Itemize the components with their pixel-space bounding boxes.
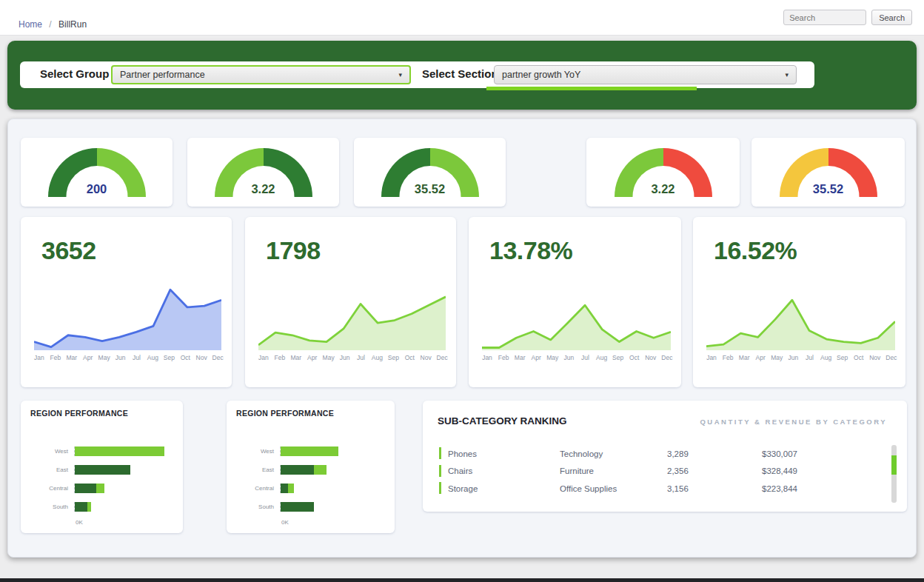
month-label: May — [96, 354, 113, 361]
subcategory-ranking-card: SUB-CATEGORY RANKING QUANTITY & REVENUE … — [423, 401, 907, 512]
kpi-value: 1798 — [266, 236, 321, 265]
gauge-value: 35.52 — [381, 182, 479, 196]
gauge-value: 35.52 — [780, 182, 877, 196]
kpi-month-labels: JanFebMarAprMayJunJulAugSepOctNovDec — [703, 354, 900, 361]
bar — [280, 465, 384, 475]
region-bar-chart: WestEastCentralSouth — [234, 442, 384, 516]
cell-quantity: 3,156 — [667, 484, 689, 493]
cell-name: Chairs — [448, 466, 472, 475]
kpi-value: 3652 — [41, 236, 96, 265]
month-label: Jun — [785, 354, 801, 361]
bar — [280, 502, 384, 512]
cell-category: Furniture — [560, 466, 594, 475]
kpi-area-chart — [482, 285, 671, 350]
cell-revenue: $223,844 — [762, 484, 797, 493]
search-input[interactable] — [783, 10, 866, 25]
cell-category: Office Supplies — [560, 484, 617, 493]
bar-category-label: Central — [28, 485, 74, 492]
kpi-card: 1798 JanFebMarAprMayJunJulAugSepOctNovDe… — [245, 217, 456, 387]
cell-name: Storage — [448, 484, 478, 493]
bar — [74, 484, 173, 493]
scrollbar-thumb[interactable] — [891, 455, 897, 475]
scrollbar[interactable] — [891, 445, 897, 503]
bar-segment — [281, 465, 314, 475]
section-select-value: partner growth YoY — [502, 70, 580, 80]
table-row[interactable]: ChairsFurniture2,356$328,449 — [439, 463, 874, 481]
month-label: Dec — [659, 354, 675, 361]
breadcrumb-separator: / — [49, 19, 51, 30]
bar-category-label: West — [28, 448, 74, 455]
kpi-card: 16.52% JanFebMarAprMayJunJulAugSepOctNov… — [693, 217, 905, 387]
kpi-value: 16.52% — [714, 236, 797, 265]
kpi-area-chart — [34, 285, 221, 350]
month-label: Nov — [418, 354, 434, 361]
month-label: Apr — [752, 354, 769, 361]
group-select[interactable]: Partner performance ▾ — [111, 65, 411, 84]
month-label: Apr — [80, 354, 96, 361]
bar-segment — [75, 446, 164, 456]
breadcrumb-home-link[interactable]: Home — [19, 19, 42, 30]
gauge-chart: 35.52 — [780, 148, 877, 197]
table-row[interactable]: StorageOffice Supplies3,156$223,844 — [439, 480, 874, 498]
bar-segment — [281, 446, 338, 456]
month-label: Jul — [577, 354, 593, 361]
axis-zero-label: 0K — [76, 519, 83, 526]
bar-segment — [75, 465, 130, 475]
month-label: Apr — [304, 354, 321, 361]
filter-bar: Select Group Partner performance ▾ Selec… — [20, 61, 814, 88]
gauge-card: 3.22 — [187, 138, 339, 207]
bar-category-label: East — [234, 466, 280, 473]
bar — [280, 446, 384, 456]
dashboard-page: Home / BillRun Search Select Group Partn… — [0, 0, 924, 582]
region-performance-card: REGION PERFORMANCE WestEastCentralSouth … — [21, 401, 183, 533]
cell-category: Technology — [560, 449, 603, 458]
gauge-chart: 35.52 — [381, 148, 479, 197]
month-label: Sep — [610, 354, 626, 361]
cell-quantity: 2,356 — [667, 466, 689, 475]
section-select[interactable]: partner growth YoY ▾ — [494, 65, 797, 84]
month-label: Aug — [369, 354, 385, 361]
table-row[interactable]: PhonesTechnology3,289$330,007 — [439, 445, 874, 463]
axis-zero-label: 0K — [281, 519, 289, 526]
section-underline-accent — [486, 87, 697, 90]
table-subtitle: QUANTITY & REVENUE BY CATEGORY — [700, 418, 887, 426]
kpi-card: 13.78% JanFebMarAprMayJunJulAugSepOctNov… — [469, 217, 681, 387]
bar-category-label: South — [28, 504, 74, 510]
bottom-edge-bar — [0, 578, 924, 582]
bar-row: East — [234, 461, 384, 479]
gauge-value: 3.22 — [215, 182, 312, 196]
bar-segment — [281, 502, 314, 512]
month-label: May — [769, 354, 785, 361]
group-select-label: Select Group — [40, 67, 109, 80]
month-label: Jul — [801, 354, 817, 361]
kpi-area-chart — [258, 285, 446, 350]
region-chart-title: REGION PERFORMANCE — [30, 409, 128, 418]
chevron-down-icon: ▾ — [398, 71, 402, 78]
month-label: Jun — [560, 354, 577, 361]
chevron-down-icon: ▾ — [785, 71, 789, 78]
bar — [74, 446, 173, 456]
bar-category-label: East — [28, 466, 74, 473]
month-label: Nov — [643, 354, 659, 361]
bar-segment — [75, 502, 87, 512]
bar — [74, 502, 173, 512]
search-button[interactable]: Search — [871, 10, 912, 25]
bar-row: South — [28, 498, 173, 516]
month-label: Feb — [272, 354, 288, 361]
month-label: Jan — [255, 354, 272, 361]
section-select-label: Select Section — [422, 67, 498, 80]
gauge-card: 3.22 — [586, 138, 740, 207]
group-select-value: Partner performance — [120, 70, 205, 80]
row-accent-bar — [439, 447, 441, 459]
region-performance-card: REGION PERFORMANCE WestEastCentralSouth … — [227, 401, 395, 533]
bar-segment — [314, 465, 327, 475]
main-panel: 200 3.22 35.52 3.22 — [7, 118, 917, 558]
month-label: Feb — [495, 354, 512, 361]
month-label: Feb — [47, 354, 64, 361]
month-label: Dec — [210, 354, 226, 361]
bar-category-label: West — [234, 448, 280, 455]
bar-segment — [281, 484, 288, 493]
bar-segment — [96, 484, 104, 493]
month-label: Sep — [161, 354, 177, 361]
table-title: SUB-CATEGORY RANKING — [438, 415, 567, 427]
